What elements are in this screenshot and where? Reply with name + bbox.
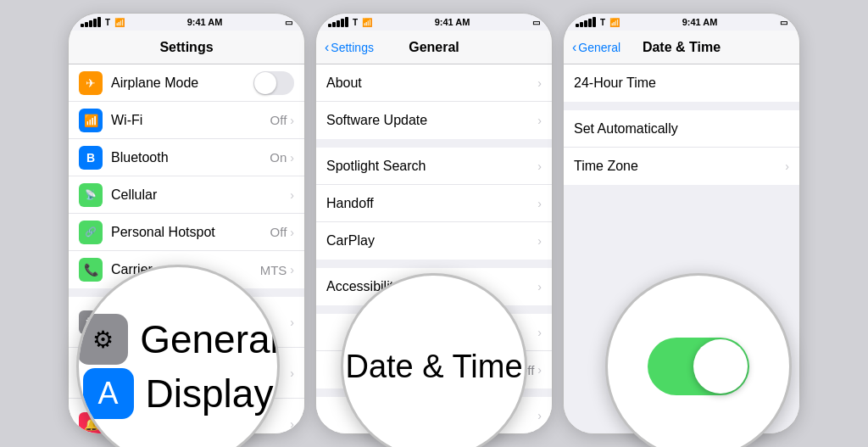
group2-1: About › Software Update ›: [316, 64, 552, 139]
s3dot1: [576, 24, 579, 27]
circle-overlay-3: [605, 273, 792, 447]
row-auto[interactable]: Set Automatically: [564, 110, 799, 148]
bluetooth-chevron: ›: [290, 151, 294, 165]
row-cellular[interactable]: 📡 Cellular ›: [69, 176, 304, 214]
dot4: [93, 19, 97, 27]
hotspot-value: Off: [270, 225, 287, 239]
software-update-chevron: ›: [537, 114, 542, 127]
carrier-value: MTS: [260, 263, 287, 277]
row-bluetooth[interactable]: B Bluetooth On ›: [69, 139, 304, 176]
green-toggle[interactable]: [648, 338, 749, 395]
s2dot1: [328, 24, 331, 27]
row-software-update[interactable]: Software Update ›: [316, 102, 552, 139]
status-right-3: ▭: [780, 18, 787, 27]
nav-bar-2: ‹ Settings General: [316, 31, 552, 64]
screen3-wrapper: T 📶 9:41 AM ▭ ‹ General Date & Time: [563, 13, 800, 434]
wifi-icon-status: 📶: [114, 18, 125, 27]
signal-dots-3: [576, 17, 596, 27]
s4-2-chevron: ›: [537, 363, 542, 377]
row-spotlight[interactable]: Spotlight Search ›: [316, 148, 552, 185]
battery-3: ▭: [780, 18, 787, 27]
bluetooth-label: Bluetooth: [111, 150, 270, 165]
s2dot2: [332, 22, 336, 27]
signal-3: T 📶: [576, 17, 620, 27]
dot5: [97, 17, 101, 27]
hotspot-icon: 🔗: [79, 221, 103, 244]
circle-overlay-2: Date & Time: [341, 273, 527, 447]
bluetooth-value: On: [270, 150, 287, 165]
about-chevron: ›: [537, 76, 542, 90]
display-chevron: ›: [290, 366, 294, 380]
row-handoff[interactable]: Handoff ›: [316, 185, 552, 222]
wifi-value: Off: [270, 113, 287, 127]
row-24hr[interactable]: 24-Hour Time: [564, 64, 799, 102]
s3dot4: [588, 19, 592, 27]
circle-a-icon: A: [83, 368, 134, 419]
handoff-label: Handoff: [326, 196, 537, 211]
row-timezone[interactable]: Time Zone ›: [564, 148, 799, 185]
dot1: [81, 24, 84, 27]
software-update-label: Software Update: [326, 113, 537, 128]
spotlight-chevron: ›: [537, 159, 542, 173]
back-chevron-3: ‹: [572, 40, 576, 55]
row-hotspot[interactable]: 🔗 Personal Hotspot Off ›: [69, 214, 304, 251]
status-right-2: ▭: [532, 18, 540, 27]
nav-title-2: General: [409, 40, 459, 55]
signal-2: T 📶: [328, 17, 372, 27]
circle-display-text: Display: [146, 371, 274, 416]
row-wifi[interactable]: 📶 Wi-Fi Off ›: [69, 102, 304, 139]
spotlight-label: Spotlight Search: [326, 159, 537, 174]
row-carplay[interactable]: CarPlay ›: [316, 222, 552, 260]
s2dot3: [337, 20, 340, 27]
carrier-2: T: [353, 18, 358, 27]
auto-label: Set Automatically: [574, 121, 789, 137]
circle-general-text: General: [140, 316, 279, 362]
time-2: 9:41 AM: [435, 17, 470, 27]
carrier-icon: 📞: [79, 258, 103, 282]
nav-title-3: Date & Time: [643, 40, 721, 55]
row-airplane[interactable]: ✈ Airplane Mode: [69, 64, 304, 102]
airplane-icon: ✈: [79, 71, 103, 95]
group1: ✈ Airplane Mode 📶 Wi-Fi Off ›: [69, 64, 304, 288]
s2dot4: [341, 19, 344, 27]
screen1-wrapper: T 📶 9:41 AM ▭ Settings ✈: [68, 13, 305, 434]
battery-2: ▭: [532, 18, 540, 27]
s3dot5: [593, 17, 596, 27]
wifi-2: 📶: [362, 18, 372, 27]
nav-title-1: Settings: [159, 40, 213, 55]
nav-back-3[interactable]: ‹ General: [572, 40, 620, 55]
24hr-label: 24-Hour Time: [574, 75, 789, 91]
group3-2: Set Automatically Time Zone ›: [564, 110, 799, 185]
s3dot3: [584, 20, 587, 27]
status-bar-1: T 📶 9:41 AM ▭: [69, 14, 304, 31]
accessibility-chevron: ›: [537, 280, 542, 293]
wifi-chevron: ›: [290, 114, 294, 127]
wifi-icon: 📶: [79, 109, 103, 132]
battery-1: ▭: [285, 18, 292, 27]
handoff-chevron: ›: [537, 197, 542, 210]
bluetooth-icon: B: [79, 146, 103, 170]
wifi-3: 📶: [609, 18, 620, 27]
group3-1: 24-Hour Time: [564, 64, 799, 102]
carrier-1: T: [105, 18, 110, 27]
wifi-label: Wi-Fi: [111, 113, 270, 128]
screenshots-container: T 📶 9:41 AM ▭ Settings ✈: [68, 13, 800, 434]
nav-bar-3: ‹ General Date & Time: [564, 31, 799, 64]
airplane-toggle[interactable]: [253, 71, 294, 95]
dot3: [89, 20, 92, 27]
s4-1-chevron: ›: [537, 326, 542, 339]
carrier-chevron: ›: [290, 263, 294, 277]
nav-back-2[interactable]: ‹ Settings: [325, 40, 374, 55]
sounds-chevron: ›: [290, 417, 294, 431]
row-about[interactable]: About ›: [316, 64, 552, 102]
status-right-1: ▭: [285, 18, 292, 27]
timezone-label: Time Zone: [574, 159, 785, 174]
s3dot2: [580, 22, 583, 27]
circle-date-time-text: Date & Time: [345, 349, 522, 385]
circle-content-1: ⚙ General: [76, 314, 280, 365]
green-knob: [693, 339, 748, 394]
cellular-label: Cellular: [111, 187, 290, 203]
status-bar-3: T 📶 9:41 AM ▭: [564, 14, 799, 31]
timezone-chevron: ›: [785, 159, 789, 173]
group2-2: Spotlight Search › Handoff › CarPlay ›: [316, 148, 552, 260]
